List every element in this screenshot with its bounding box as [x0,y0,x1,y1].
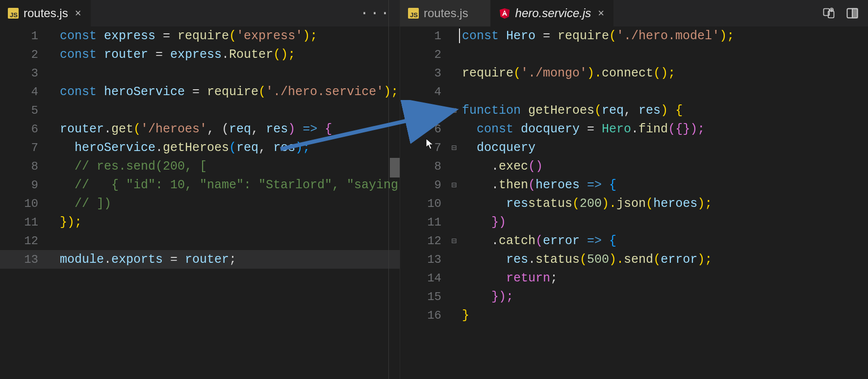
line-number: 9 [400,178,441,192]
line-number: 15 [400,290,441,303]
code-area-left[interactable]: const express = require('express'); cons… [47,26,400,379]
tab-label: routes.js [24,6,68,20]
line-number: 5 [400,104,441,117]
code-line[interactable]: function getHeroes(req, res) { [462,101,868,120]
code-line[interactable] [60,64,400,82]
code-line[interactable] [462,82,868,101]
line-number: 4 [0,85,38,99]
line-number: 12 [400,234,441,248]
angular-file-icon [499,7,511,19]
fold-toggle-icon[interactable]: ⊟ [449,231,459,250]
line-number: 5 [0,104,38,117]
code-line[interactable]: } [462,306,868,325]
code-line[interactable]: res.status(500).send(error); [462,250,868,269]
code-line[interactable]: // { "id": 10, "name": "Starlord", "sayi… [60,176,400,194]
line-number: 14 [400,272,441,285]
line-number: 11 [400,216,441,229]
code-line[interactable]: require('./mongo').connect(); [462,64,868,82]
text-caret [459,28,460,43]
line-number: 1 [400,29,441,43]
code-line[interactable]: module.exports = router; [60,250,400,269]
line-number: 7 [0,141,38,154]
line-number-gutter: 1 2 3 4 5 6 7 8 9 10 11 12 13 [0,26,47,379]
code-line[interactable]: .then(heroes => { [462,176,868,194]
code-line[interactable] [60,101,400,120]
tab-routes-js-right[interactable]: JS routes.js × [400,0,491,26]
code-line[interactable]: }); [462,287,868,306]
line-number: 6 [400,123,441,136]
tab-label: routes.js [424,6,468,20]
code-line[interactable]: heroService.getHeroes(req, res); [60,138,400,157]
fold-gutter: ⊟ ⊟ ⊟ ⊟ [449,26,459,379]
line-number: 2 [0,48,38,61]
line-number-gutter: 1 2 3 4 5 6 7 8 9 10 11 12 13 14 15 16 [400,26,449,379]
line-number: 2 [400,48,441,61]
code-line[interactable]: return; [462,269,868,287]
code-line[interactable]: router.get('/heroes', (req, res) => { [60,120,400,138]
line-number: 11 [0,216,38,229]
line-number: 8 [400,160,441,173]
line-number: 1 [0,29,38,43]
line-number: 7 [400,141,441,154]
code-line[interactable]: // ]) [60,194,400,213]
js-file-icon: JS [408,8,419,19]
line-number: 13 [400,253,441,266]
tab-label: hero.service.js [515,6,591,20]
tabbar-right: JS routes.js × hero.service.js × [400,0,868,26]
code-line[interactable]: const heroService = require('./hero.serv… [60,82,400,101]
line-number: 3 [0,67,38,80]
code-line[interactable] [462,45,868,64]
line-number: 3 [400,67,441,80]
code-line[interactable]: const Hero = require('./hero.model'); [462,26,868,45]
code-line[interactable]: }); [60,213,400,231]
js-file-icon: JS [8,8,19,19]
code-line[interactable] [60,231,400,250]
editor-pane-right: JS routes.js × hero.service.js × [400,0,868,379]
code-line[interactable]: }) [462,213,868,231]
line-number: 10 [0,197,38,210]
editor-left[interactable]: 1 2 3 4 5 6 7 8 9 10 11 12 13 const expr… [0,26,400,379]
fold-toggle-icon[interactable]: ⊟ [449,101,459,120]
code-line[interactable]: .exec() [462,157,868,176]
code-area-right[interactable]: const Hero = require('./hero.model'); re… [459,26,868,379]
line-number: 4 [400,85,441,99]
tabbar-left: JS routes.js × ··· [0,0,400,26]
more-actions-icon[interactable]: ··· [360,10,391,17]
line-number: 8 [0,160,38,173]
line-number: 9 [0,178,38,192]
fold-toggle-icon[interactable]: ⊟ [449,176,459,194]
close-icon[interactable]: × [596,7,606,20]
editor-split: JS routes.js × ··· 1 2 3 4 5 6 7 8 9 [0,0,868,379]
fold-toggle-icon[interactable]: ⊟ [449,138,459,157]
svg-rect-9 [852,9,858,18]
code-line[interactable]: docquery [462,138,868,157]
line-number: 12 [0,234,38,248]
code-line[interactable]: // res.send(200, [ [60,157,400,176]
code-line[interactable]: .catch(error => { [462,231,868,250]
line-number: 10 [400,197,441,210]
line-number: 6 [0,123,38,136]
editor-right[interactable]: 1 2 3 4 5 6 7 8 9 10 11 12 13 14 15 16 ⊟ [400,26,868,379]
line-number: 16 [400,309,441,322]
compare-changes-icon[interactable] [822,6,836,20]
tab-hero-service-js[interactable]: hero.service.js × [491,0,614,26]
split-editor-icon[interactable] [845,6,859,20]
code-line[interactable]: const router = express.Router(); [60,45,400,64]
code-line[interactable]: const docquery = Hero.find({}); [462,120,868,138]
close-icon[interactable]: × [73,7,83,20]
line-number: 13 [0,253,38,266]
tab-routes-js[interactable]: JS routes.js × [0,0,91,26]
code-line[interactable]: const express = require('express'); [60,26,400,45]
code-line[interactable]: resstatus(200).json(heroes); [462,194,868,213]
editor-pane-left: JS routes.js × ··· 1 2 3 4 5 6 7 8 9 [0,0,400,379]
